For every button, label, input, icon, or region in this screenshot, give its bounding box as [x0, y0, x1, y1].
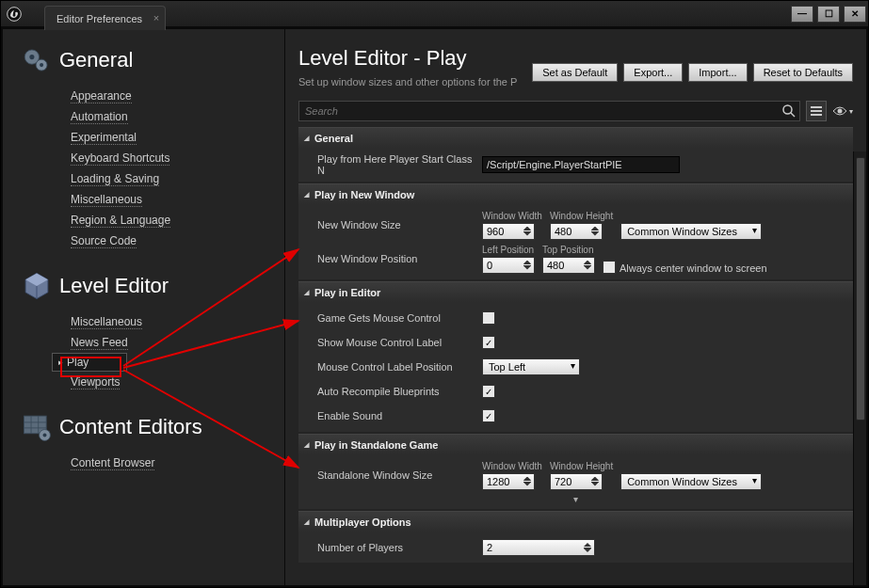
vertical-scrollbar[interactable] [853, 151, 866, 585]
common-window-sizes-dropdown[interactable]: Common Window Sizes [620, 223, 762, 240]
tab-label: Editor Preferences [56, 13, 142, 24]
svg-point-0 [8, 7, 22, 21]
editor-preferences-window: — ☐ ✕ Editor Preferences × [0, 0, 869, 588]
standalone-width-spinner[interactable]: 1280 [482, 473, 535, 490]
main-panel: Level Editor - Play Set up window sizes … [285, 29, 866, 585]
standalone-common-sizes-dropdown[interactable]: Common Window Sizes [620, 473, 762, 490]
svg-point-2 [29, 55, 34, 59]
play-from-here-label: Play from Here Player Start Class N [298, 153, 482, 176]
eye-icon [832, 105, 847, 117]
svg-line-13 [791, 113, 795, 117]
svg-rect-16 [811, 114, 822, 116]
top-position-spinner[interactable]: 480 [542, 257, 595, 274]
sidebar-item-le-miscellaneous[interactable]: Miscellaneous [71, 311, 273, 332]
cube-icon [21, 270, 53, 302]
always-center-label: Always center window to screen [620, 262, 767, 274]
grid-gear-icon [21, 411, 53, 443]
section-play-standalone: Play in Standalone Game Standalone Windo… [298, 434, 853, 509]
section-header-standalone[interactable]: Play in Standalone Game [298, 434, 853, 454]
sidebar: General Appearance Automation Experiment… [3, 29, 285, 585]
tab-close-icon[interactable]: × [153, 12, 159, 24]
always-center-checkbox[interactable] [603, 261, 616, 274]
close-button[interactable]: ✕ [844, 6, 866, 23]
standalone-window-size-label: Standalone Window Size [298, 469, 482, 481]
sidebar-item-source-code[interactable]: Source Code [71, 230, 273, 251]
show-mouse-control-label-checkbox[interactable]: ✓ [482, 336, 495, 349]
auto-recompile-blueprints-checkbox[interactable]: ✓ [482, 385, 495, 398]
section-header-general[interactable]: General [298, 127, 853, 148]
sidebar-item-appearance[interactable]: Appearance [71, 86, 273, 106]
section-play-new-window: Play in New Window New Window Size Windo… [298, 183, 853, 279]
game-gets-mouse-control-label: Game Gets Mouse Control [298, 312, 482, 324]
sidebar-item-news-feed[interactable]: News Feed [71, 332, 273, 353]
page-subtitle: Set up window sizes and other options fo… [298, 76, 517, 87]
export-button[interactable]: Export... [623, 63, 683, 82]
tab-editor-preferences[interactable]: Editor Preferences × [44, 6, 166, 30]
sidebar-item-automation[interactable]: Automation [71, 106, 273, 127]
section-header-multiplayer[interactable]: Multiplayer Options [298, 511, 853, 532]
sidebar-group-title: Level Editor [59, 274, 169, 298]
sidebar-group-title: General [59, 48, 133, 72]
visibility-filter-button[interactable]: ▾ [832, 105, 853, 117]
sidebar-item-play[interactable]: Play [52, 353, 127, 372]
svg-point-12 [783, 105, 792, 114]
section-multiplayer: Multiplayer Options Number of Players 2 [298, 511, 853, 563]
svg-rect-14 [811, 106, 822, 108]
minimize-button[interactable]: — [791, 6, 813, 23]
new-window-position-label: New Window Position [298, 253, 482, 264]
play-from-here-input[interactable] [482, 156, 680, 173]
sidebar-group-level-editor: Level Editor Miscellaneous News Feed Pla… [14, 270, 273, 392]
sidebar-item-viewports[interactable]: Viewports [71, 372, 273, 392]
sidebar-item-content-browser[interactable]: Content Browser [71, 453, 273, 473]
scrollbar-thumb[interactable] [856, 157, 865, 421]
reset-to-defaults-button[interactable]: Reset to Defaults [753, 63, 853, 82]
auto-recompile-blueprints-label: Auto Recompile Blueprints [298, 386, 482, 397]
gears-icon [21, 44, 53, 76]
sidebar-item-experimental[interactable]: Experimental [71, 127, 273, 148]
number-of-players-spinner[interactable]: 2 [482, 539, 595, 556]
section-header-new-window[interactable]: Play in New Window [298, 183, 853, 204]
sidebar-group-title: Content Editors [59, 415, 202, 439]
search-input[interactable] [298, 101, 800, 121]
list-icon [810, 104, 823, 118]
mouse-control-label-position-label: Mouse Control Label Position [298, 361, 482, 373]
mouse-control-label-position-dropdown[interactable]: Top Left [482, 358, 580, 375]
left-position-spinner[interactable]: 0 [482, 257, 535, 274]
window-width-spinner[interactable]: 960 [482, 223, 535, 240]
game-gets-mouse-control-checkbox[interactable] [482, 311, 495, 325]
expand-toggle[interactable]: ▾ [298, 492, 853, 505]
page-title: Level Editor - Play [298, 46, 517, 71]
show-mouse-control-label-label: Show Mouse Control Label [298, 337, 482, 348]
svg-point-4 [40, 63, 43, 67]
search-icon [781, 103, 797, 119]
unreal-logo-icon [7, 7, 22, 22]
sidebar-group-general: General Appearance Automation Experiment… [14, 44, 273, 251]
maximize-button[interactable]: ☐ [817, 6, 840, 23]
sidebar-item-keyboard-shortcuts[interactable]: Keyboard Shortcuts [71, 148, 273, 168]
import-button[interactable]: Import... [688, 63, 747, 82]
svg-point-11 [43, 434, 47, 437]
svg-point-17 [838, 109, 843, 114]
new-window-size-label: New Window Size [298, 219, 482, 230]
section-header-play-in-editor[interactable]: Play in Editor [298, 281, 853, 302]
enable-sound-label: Enable Sound [298, 410, 482, 421]
sidebar-item-loading-saving[interactable]: Loading & Saving [71, 168, 273, 189]
section-play-in-editor: Play in Editor Game Gets Mouse Control S… [298, 281, 853, 432]
enable-sound-checkbox[interactable]: ✓ [482, 409, 495, 422]
svg-rect-15 [811, 110, 822, 112]
section-general: General Play from Here Player Start Clas… [298, 127, 853, 182]
list-view-button[interactable] [806, 101, 827, 121]
set-as-default-button[interactable]: Set as Default [532, 63, 618, 82]
sidebar-group-content-editors: Content Editors Content Browser [14, 411, 273, 473]
sidebar-item-miscellaneous[interactable]: Miscellaneous [71, 189, 273, 210]
sidebar-item-region-language[interactable]: Region & Language [71, 210, 273, 230]
number-of-players-label: Number of Players [298, 542, 482, 553]
window-height-spinner[interactable]: 480 [550, 223, 603, 240]
standalone-height-spinner[interactable]: 720 [550, 473, 603, 490]
